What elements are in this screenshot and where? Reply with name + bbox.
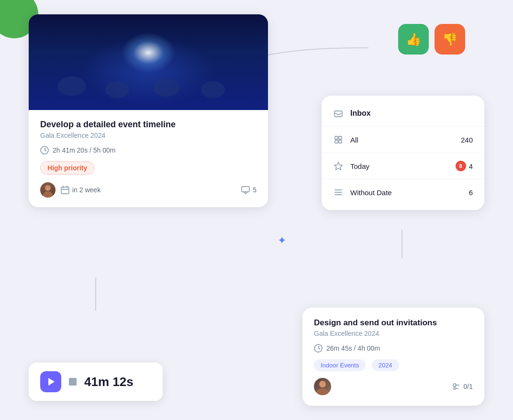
svg-point-17 bbox=[319, 381, 326, 387]
inbox-panel: Inbox All 240 Today bbox=[322, 96, 484, 210]
avatar-silhouette-1 bbox=[40, 182, 56, 198]
venue-table-2 bbox=[105, 81, 129, 98]
inbox-header: Inbox bbox=[322, 100, 484, 127]
inbox-icon bbox=[334, 109, 343, 118]
main-task-title: Develop a detailed event timeline bbox=[40, 120, 256, 130]
inbox-icon-wrapper bbox=[333, 108, 344, 119]
inbox-all-count: 240 bbox=[461, 136, 473, 144]
second-task-footer: 0/1 bbox=[314, 378, 473, 395]
timer-icon bbox=[40, 146, 49, 155]
inbox-today-icon-wrapper bbox=[333, 161, 344, 171]
thumb-up-button[interactable]: 👍 bbox=[398, 24, 429, 55]
subtask-count: 0/1 bbox=[451, 382, 473, 391]
comment-icon bbox=[241, 185, 250, 195]
all-icon bbox=[334, 135, 343, 144]
venue-table-3 bbox=[153, 78, 179, 97]
main-task-subtitle: Gala Excellence 2024 bbox=[40, 132, 256, 139]
svg-point-18 bbox=[317, 388, 328, 395]
svg-rect-8 bbox=[335, 136, 338, 139]
today-badge: 8 bbox=[456, 161, 466, 171]
thumb-down-icon: 👎 bbox=[442, 32, 457, 47]
inbox-row-all[interactable]: All 240 bbox=[322, 127, 484, 153]
main-task-timer: 2h 41m 20s / 5h 00m bbox=[53, 146, 116, 154]
svg-rect-6 bbox=[242, 187, 249, 192]
second-task-subtitle: Gala Excellence 2024 bbox=[314, 330, 473, 337]
main-task-card: Develop a detailed event timeline Gala E… bbox=[29, 14, 268, 207]
thumb-buttons-group: 👍 👎 bbox=[398, 24, 465, 55]
inbox-without-date-icon-wrapper bbox=[333, 187, 344, 198]
svg-rect-9 bbox=[339, 136, 342, 139]
inbox-title: Inbox bbox=[350, 109, 371, 118]
inbox-row-without-date[interactable]: Without Date 6 bbox=[322, 179, 484, 205]
play-icon bbox=[48, 378, 55, 386]
page-container: 👍 👎 Develop a detailed event timeline Ga… bbox=[0, 0, 513, 420]
inbox-today-right: 8 4 bbox=[456, 161, 473, 171]
second-timer-icon bbox=[314, 344, 323, 353]
tag-2024: 2024 bbox=[372, 359, 399, 371]
avatar-silhouette-2 bbox=[314, 378, 331, 395]
second-task-card: Design and send out invitations Gala Exc… bbox=[302, 308, 484, 406]
svg-rect-2 bbox=[61, 187, 69, 194]
venue-image bbox=[29, 14, 268, 110]
play-button[interactable] bbox=[40, 371, 61, 392]
timer-widget: 41m 12s bbox=[29, 363, 163, 401]
svg-rect-11 bbox=[339, 140, 342, 143]
svg-point-1 bbox=[43, 191, 53, 198]
due-date: in 2 week bbox=[60, 185, 100, 195]
venue-table-4 bbox=[201, 81, 225, 98]
second-task-title: Design and send out invitations bbox=[314, 318, 473, 328]
inbox-row-today[interactable]: Today 8 4 bbox=[322, 153, 484, 179]
priority-badge: High priority bbox=[40, 161, 94, 175]
avatar-user2 bbox=[314, 378, 331, 395]
comment-count: 5 bbox=[241, 185, 256, 195]
due-date-text: in 2 week bbox=[72, 186, 100, 194]
inbox-without-date-label: Without Date bbox=[350, 188, 462, 197]
comment-count-text: 5 bbox=[253, 186, 256, 194]
calendar-icon bbox=[60, 185, 70, 195]
svg-point-0 bbox=[45, 185, 51, 191]
inbox-all-label: All bbox=[350, 136, 454, 144]
timer-display: 41m 12s bbox=[84, 375, 134, 389]
subtask-count-text: 0/1 bbox=[464, 383, 473, 390]
thumb-up-icon: 👍 bbox=[406, 32, 421, 47]
avatar-img-user1 bbox=[40, 182, 56, 198]
svg-marker-12 bbox=[335, 162, 343, 170]
sparkle-decoration: ✦ bbox=[278, 234, 286, 247]
main-task-timer-row: 2h 41m 20s / 5h 00m bbox=[40, 146, 256, 155]
tag-indoor-events: Indoor Events bbox=[314, 359, 366, 371]
inbox-without-date-count: 6 bbox=[469, 188, 473, 197]
inbox-today-count: 4 bbox=[469, 162, 473, 170]
main-task-footer-left: in 2 week bbox=[40, 182, 100, 198]
stop-button[interactable] bbox=[69, 378, 77, 386]
svg-rect-10 bbox=[335, 140, 338, 143]
inbox-today-label: Today bbox=[350, 162, 449, 170]
inbox-all-icon-wrapper bbox=[333, 134, 344, 145]
second-task-tags: Indoor Events 2024 bbox=[314, 359, 473, 371]
venue-table-1 bbox=[57, 77, 86, 96]
thumb-down-button[interactable]: 👎 bbox=[435, 24, 465, 55]
subtask-icon bbox=[451, 382, 461, 391]
second-task-timer-row: 26m 45s / 4h 00m bbox=[314, 344, 473, 353]
today-icon bbox=[334, 161, 343, 171]
avatar-user1 bbox=[40, 182, 56, 198]
main-task-card-body: Develop a detailed event timeline Gala E… bbox=[29, 110, 268, 207]
list-icon bbox=[334, 188, 343, 197]
second-task-timer: 26m 45s / 4h 00m bbox=[326, 344, 380, 352]
venue-lights bbox=[29, 14, 268, 110]
main-task-footer: in 2 week 5 bbox=[40, 182, 256, 198]
